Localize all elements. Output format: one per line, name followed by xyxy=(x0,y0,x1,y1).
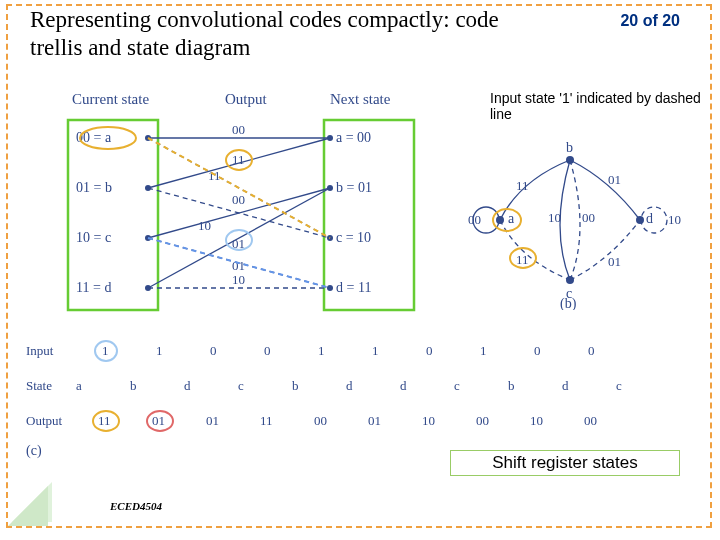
course-code: ECED4504 xyxy=(110,500,162,512)
seq-input-5: 1 xyxy=(372,343,379,358)
seq-state-6: d xyxy=(400,378,407,393)
seq-output-8: 10 xyxy=(530,413,543,428)
e-db xyxy=(570,160,640,220)
header-next-state: Next state xyxy=(330,91,391,107)
seq-input-9: 0 xyxy=(588,343,595,358)
seq-input-2: 0 xyxy=(210,343,217,358)
seq-output-1: 01 xyxy=(152,413,165,428)
state-diagram: a b c d 00 10 11 11 10 00 01 01 (b) xyxy=(450,130,700,310)
seq-output-7: 00 xyxy=(476,413,489,428)
seq-output-6: 10 xyxy=(422,413,435,428)
lbl-ac: 11 xyxy=(516,252,529,267)
corner-decoration xyxy=(6,482,52,528)
seq-state-2: d xyxy=(184,378,191,393)
header-current-state: Current state xyxy=(72,91,149,107)
node-d: d xyxy=(646,211,653,226)
state-d-cur: 11 = d xyxy=(76,280,111,295)
state-a-next: a = 00 xyxy=(336,130,371,145)
seq-output-5: 01 xyxy=(368,413,381,428)
lbl-cb: 10 xyxy=(548,210,561,225)
seq-state-8: b xyxy=(508,378,515,393)
seq-input-3: 0 xyxy=(264,343,271,358)
seq-output-2: 01 xyxy=(206,413,219,428)
seq-state-10: c xyxy=(616,378,622,393)
seq-input-6: 0 xyxy=(426,343,433,358)
seq-input-1: 1 xyxy=(156,343,163,358)
header-output: Output xyxy=(225,91,268,107)
seq-input-4: 1 xyxy=(318,343,325,358)
state-c-cur: 10 = c xyxy=(76,230,111,245)
seq-output-9: 00 xyxy=(584,413,597,428)
seq-input-0: 1 xyxy=(102,343,109,358)
row-output-label: Output xyxy=(26,413,63,428)
seq-state-0: a xyxy=(76,378,82,393)
e-bc xyxy=(570,160,580,280)
state-d-next: d = 11 xyxy=(336,280,371,295)
lbl-ba: 11 xyxy=(516,178,529,193)
lbl-cd: 01 xyxy=(608,254,621,269)
seq-state-7: c xyxy=(454,378,460,393)
node-b: b xyxy=(566,140,573,155)
page-counter: 20 of 20 xyxy=(620,12,680,30)
lbl-bc: 00 xyxy=(582,210,595,225)
seq-input-7: 1 xyxy=(480,343,487,358)
out-aa: 00 xyxy=(232,122,245,137)
seq-state-5: d xyxy=(346,378,353,393)
out-cb: 10 xyxy=(198,218,211,233)
out-ac: 11 xyxy=(232,152,245,167)
seq-state-3: c xyxy=(238,378,244,393)
sequence-rows: Input State Output (c) 1100110100 abdcbd… xyxy=(26,335,666,465)
seq-state-1: b xyxy=(130,378,137,393)
state-b-next: b = 01 xyxy=(336,180,372,195)
row-input-label: Input xyxy=(26,343,54,358)
out-db: 01 xyxy=(232,258,245,273)
out-bc: 00 xyxy=(232,192,245,207)
lbl-db: 01 xyxy=(608,172,621,187)
seq-input-cells: 1100110100 xyxy=(102,343,595,358)
seq-state-cells: abdcbddcbdc xyxy=(76,378,622,393)
seq-state-9: d xyxy=(562,378,569,393)
loop-dd xyxy=(641,207,667,233)
seq-state-4: b xyxy=(292,378,299,393)
label-10r: 10 xyxy=(668,212,681,227)
slide-title: Representing convolutional codes compact… xyxy=(30,6,510,61)
seq-output-4: 00 xyxy=(314,413,327,428)
trellis-diagram: Current state Output Next state 00 = a 0… xyxy=(40,90,420,315)
seq-output-0: 11 xyxy=(98,413,111,428)
state-c-next: c = 10 xyxy=(336,230,371,245)
e-cb xyxy=(560,160,570,280)
part-c-label: (c) xyxy=(26,443,42,459)
node-a: a xyxy=(508,211,515,226)
seq-output-3: 11 xyxy=(260,413,273,428)
dashed-line-note: Input state '1' indicated by dashed line xyxy=(490,90,720,122)
state-b-cur: 01 = b xyxy=(76,180,112,195)
part-b-label: (b) xyxy=(560,296,577,310)
row-state-label: State xyxy=(26,378,52,393)
seq-input-8: 0 xyxy=(534,343,541,358)
e-cd xyxy=(570,220,640,280)
out-dd: 10 xyxy=(232,272,245,287)
